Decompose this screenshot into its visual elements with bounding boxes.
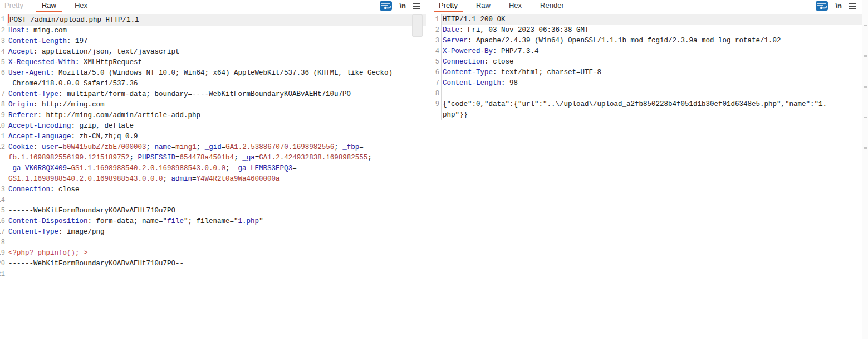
code-line: 17Content-Type: image/png	[0, 227, 426, 238]
code-line: 18	[0, 238, 426, 248]
line-content: HTTP/1.1 200 OK	[442, 14, 862, 25]
code-line: 20------WebKitFormBoundaryKOABvAEHt710u7…	[0, 259, 426, 269]
editor-request: PrettyRawHex\n1POST /admin/upload.php HT…	[0, 0, 426, 280]
line-content	[7, 238, 426, 248]
code-line: 1HTTP/1.1 200 OK	[434, 14, 862, 25]
line-number	[0, 153, 7, 163]
line-content: X-Powered-By: PHP/7.3.4	[442, 46, 862, 57]
line-number: 7	[434, 78, 442, 89]
line-content: Date: Fri, 03 Nov 2023 06:36:38 GMT	[442, 25, 862, 36]
line-number: 12	[0, 142, 7, 153]
line-number: 11	[0, 132, 7, 142]
line-number: 1	[434, 14, 442, 25]
line-number: 2	[0, 26, 7, 36]
line-content: Connection: close	[7, 185, 426, 195]
menu-icon[interactable]	[849, 3, 856, 9]
code-line: 9Referer: http://ming.com/admin/article-…	[0, 110, 426, 121]
code-line: 8Origin: http://ming.com	[0, 100, 426, 110]
line-number: 15	[0, 206, 7, 216]
code-line: 13Connection: close	[0, 185, 426, 195]
scrollbar-track[interactable]	[862, 0, 868, 339]
line-number	[0, 174, 7, 185]
line-number: 3	[434, 36, 442, 46]
code-line: 3Content-Length: 197	[0, 36, 426, 47]
line-content: Content-Length: 98	[442, 78, 862, 89]
tab-hex[interactable]: Hex	[69, 0, 93, 12]
tab-raw[interactable]: Raw	[36, 0, 62, 12]
line-content: Host: ming.com	[7, 26, 426, 36]
scrollbar-mark	[864, 86, 867, 88]
line-number: 18	[0, 238, 7, 248]
editor-toolbar-icons: \n	[816, 0, 856, 12]
code-line: _ga_VK0R8QX409=GS1.1.1698988540.2.0.1698…	[0, 163, 426, 174]
line-number: 4	[434, 46, 442, 57]
line-number	[0, 163, 7, 174]
line-content: Referer: http://ming.com/admin/article-a…	[7, 110, 426, 121]
code-line: Chrome/118.0.0.0 Safari/537.36	[0, 79, 426, 89]
line-content: fb.1.1698982556199.1215189752; PHPSESSID…	[7, 153, 426, 163]
line-content: ------WebKitFormBoundaryKOABvAEHt710u7PO	[7, 206, 426, 216]
code-line: 8	[434, 89, 862, 99]
code-line: 15------WebKitFormBoundaryKOABvAEHt710u7…	[0, 206, 426, 216]
scrollbar-thumb[interactable]	[412, 14, 423, 37]
tab-raw[interactable]: Raw	[470, 0, 496, 12]
tab-pretty[interactable]: Pretty	[0, 0, 29, 12]
line-number: 5	[0, 57, 7, 68]
code-line: 7Content-Type: multipart/form-data; boun…	[0, 89, 426, 100]
line-number: 4	[0, 47, 7, 57]
code-line: 16Content-Disposition: form-data; name="…	[0, 216, 426, 227]
line-number: 6	[0, 68, 7, 79]
tab-hex[interactable]: Hex	[503, 0, 527, 12]
code-line: 2Date: Fri, 03 Nov 2023 06:36:38 GMT	[434, 25, 862, 36]
line-number: 20	[0, 259, 7, 269]
tab-render[interactable]: Render	[534, 0, 570, 12]
editor-toolbar-icons: \n	[380, 0, 420, 12]
scrollbar-mark	[864, 25, 867, 26]
line-content: GS1.1.1698988540.2.0.1698988543.0.0.0; a…	[7, 174, 426, 185]
line-number	[434, 110, 442, 120]
tab-pretty[interactable]: Pretty	[434, 0, 463, 12]
code-line: 6User-Agent: Mozilla/5.0 (Windows NT 10.…	[0, 68, 426, 79]
line-content: _ga_VK0R8QX409=GS1.1.1698988540.2.0.1698…	[7, 163, 426, 174]
code-line: 14	[0, 195, 426, 206]
code-line: php"}}	[434, 110, 862, 120]
line-number: 9	[0, 110, 7, 121]
line-content: Connection: close	[442, 57, 862, 67]
tabbar-request: PrettyRawHex\n	[0, 0, 426, 12]
line-content: Origin: http://ming.com	[7, 100, 426, 110]
code-line: 12Cookie: user=b0W415ubZ7zbE7000003; nam…	[0, 142, 426, 153]
newline-icon[interactable]: \n	[399, 1, 406, 11]
menu-icon[interactable]	[413, 3, 420, 9]
line-content: Chrome/118.0.0.0 Safari/537.36	[7, 79, 426, 89]
line-number: 8	[434, 89, 442, 99]
line-number: 16	[0, 216, 7, 227]
line-content: POST /admin/upload.php HTTP/1.1	[7, 14, 426, 26]
line-content: Content-Type: text/html; charset=UTF-8	[442, 67, 862, 78]
line-content: <?php? phpinfo(); >	[7, 248, 426, 259]
line-content: {"code":0,"data":{"url":"..\/upload\/upl…	[442, 99, 862, 110]
line-content: User-Agent: Mozilla/5.0 (Windows NT 10.0…	[7, 68, 426, 79]
code-line: 2Host: ming.com	[0, 26, 426, 36]
wrap-lines-icon[interactable]	[816, 1, 828, 11]
line-content: Content-Type: image/png	[7, 227, 426, 238]
line-content	[7, 269, 426, 280]
request-pane: PrettyRawHex\n1POST /admin/upload.php HT…	[0, 0, 426, 339]
code-line: 19<?php? phpinfo(); >	[0, 248, 426, 259]
line-number: 2	[434, 25, 442, 36]
code-line: 4Accept: application/json, text/javascri…	[0, 47, 426, 57]
message-text-area[interactable]: 1HTTP/1.1 200 OK2Date: Fri, 03 Nov 2023 …	[434, 12, 862, 339]
line-number: 17	[0, 227, 7, 238]
line-number: 21	[0, 269, 7, 280]
code-line: fb.1.1698982556199.1215189752; PHPSESSID…	[0, 153, 426, 163]
line-content: Content-Disposition: form-data; name="fi…	[7, 216, 426, 227]
line-content: Accept: application/json, text/javascrip…	[7, 47, 426, 57]
tabbar-response: PrettyRawHexRender\n	[434, 0, 862, 12]
newline-icon[interactable]: \n	[835, 1, 842, 11]
wrap-lines-icon[interactable]	[380, 1, 392, 11]
line-number: 10	[0, 121, 7, 132]
line-content	[7, 195, 426, 206]
line-number: 9	[434, 99, 442, 110]
code-line: GS1.1.1698988540.2.0.1698988543.0.0.0; a…	[0, 174, 426, 185]
message-text-area[interactable]: 1POST /admin/upload.php HTTP/1.12Host: m…	[0, 12, 426, 280]
line-content: Cookie: user=b0W415ubZ7zbE7000003; name=…	[7, 142, 426, 153]
